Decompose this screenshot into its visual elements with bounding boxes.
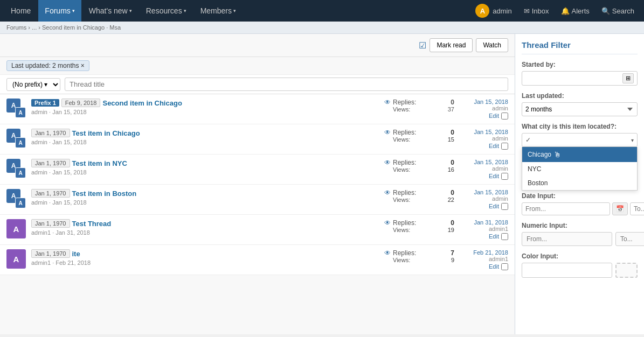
thread-checkbox[interactable] <box>501 203 508 210</box>
avatar-stack: A A <box>6 189 26 208</box>
avatar-stack: A A <box>6 129 26 148</box>
avatar: A <box>6 249 26 269</box>
thread-row: A A Jan 1, 1970 Test item in Boston admi… <box>0 185 515 215</box>
nav-forums-caret: ▾ <box>72 8 75 13</box>
thread-checkbox[interactable] <box>501 143 508 150</box>
top-nav: Home Forums ▾ What's new ▾ Resources ▾ M… <box>0 0 644 22</box>
nav-resources-caret: ▾ <box>184 8 186 13</box>
thread-title-link[interactable]: Test Thread <box>72 220 112 228</box>
nav-members-label: Members <box>200 6 232 15</box>
thread-body: Jan 1, 1970 Test item in Boston admin · … <box>31 189 379 206</box>
avatar-secondary: A <box>15 107 26 118</box>
color-input-label: Color Input: <box>522 252 638 260</box>
last-updated-label: Last updated: <box>522 92 638 100</box>
started-by-label: Started by: <box>522 61 638 68</box>
color-text-input[interactable] <box>522 263 612 278</box>
city-option-nyc[interactable]: NYC <box>522 162 637 176</box>
inbox-label: Inbox <box>532 7 549 15</box>
thread-prefix-tag: Prefix 1 <box>31 99 59 107</box>
content-area: ☑ Mark read Watch Last updated: 2 months… <box>0 34 515 334</box>
nav-resources-label: Resources <box>146 6 182 15</box>
thread-title-input[interactable] <box>65 78 508 91</box>
thread-body: Jan 1, 1970 Test item in NYC admin · Jan… <box>31 159 379 175</box>
thread-date-tag: Feb 9, 2018 <box>61 99 101 107</box>
breadcrumb: Forums › ... › Second item in Chicago · … <box>0 22 644 34</box>
date-from-input[interactable] <box>522 202 610 215</box>
city-dropdown-list: Chicago 🖱 NYC Boston <box>522 147 638 191</box>
nav-members-caret: ▾ <box>233 8 236 13</box>
city-option-boston[interactable]: Boston <box>522 176 637 190</box>
edit-link[interactable]: Edit <box>489 173 499 180</box>
search-button[interactable]: 🔍 Search <box>596 0 640 22</box>
thread-checkbox[interactable] <box>501 173 508 180</box>
inbox-button[interactable]: ✉ Inbox <box>518 0 555 22</box>
prefix-select[interactable]: (No prefix) ▾ <box>6 78 60 91</box>
thread-title-link[interactable]: Test item in NYC <box>72 159 127 167</box>
check-icon: ☑ <box>419 40 426 51</box>
thread-filter-sidebar: Thread Filter Started by: ⊞ Last updated… <box>515 34 644 334</box>
avatar-stack: A A <box>6 99 26 118</box>
thread-row: A A Prefix 1 Feb 9, 2018 Second item in … <box>0 94 515 124</box>
thread-body: Jan 1, 1970 Test Thread admin1 · Jan 31,… <box>31 219 379 236</box>
date-from-calendar-btn[interactable]: 📅 <box>612 202 628 215</box>
thread-title-link[interactable]: Test item in Chicago <box>72 129 140 137</box>
city-select-display[interactable]: ✓ ▾ <box>522 133 638 147</box>
thread-row: A Jan 1, 1970 Test Thread admin1 · Jan 3… <box>0 215 515 245</box>
city-option-chicago[interactable]: Chicago 🖱 <box>522 147 637 162</box>
thread-stats: 👁 Replies: Views: <box>384 99 433 113</box>
thread-body: Prefix 1 Feb 9, 2018 Second item in Chic… <box>31 99 379 115</box>
thread-body: Jan 1, 1970 Test item in Chicago admin ·… <box>31 129 379 145</box>
thread-tags: Prefix 1 Feb 9, 2018 Second item in Chic… <box>31 99 379 107</box>
nav-home-label: Home <box>11 6 31 15</box>
inbox-icon: ✉ <box>524 7 530 15</box>
mark-read-button[interactable]: Mark read <box>430 38 473 52</box>
edit-link[interactable]: Edit <box>489 203 499 210</box>
nav-resources[interactable]: Resources ▾ <box>140 0 193 22</box>
city-dropdown-wrapper: ✓ ▾ Chicago 🖱 NYC Boston <box>522 133 638 147</box>
edit-link[interactable]: Edit <box>489 233 499 240</box>
filter-tag-label: Last updated: 2 months × <box>11 62 85 69</box>
numeric-input-label: Numeric Input: <box>522 222 638 229</box>
thread-counts: 0 37 <box>438 99 454 113</box>
nav-whats-new-label: What's new <box>89 6 128 15</box>
filter-tags-area: Last updated: 2 months × <box>0 57 515 75</box>
thread-row: A A Jan 1, 1970 Test item in NYC admin ·… <box>0 155 515 185</box>
thread-title-link[interactable]: Test item in Boston <box>72 189 137 198</box>
thread-title-link[interactable]: Second item in Chicago <box>102 99 182 107</box>
avatar-stack: A A <box>6 159 26 178</box>
thread-list-header: (No prefix) ▾ <box>0 75 515 94</box>
admin-label: admin <box>493 7 511 15</box>
admin-user-menu[interactable]: A admin <box>470 0 517 22</box>
edit-link[interactable]: Edit <box>489 113 499 120</box>
last-updated-select[interactable]: 2 months 1 month 3 months 6 months 1 yea… <box>522 102 638 116</box>
nav-members[interactable]: Members ▾ <box>194 0 243 22</box>
cursor-indicator: 🖱 <box>553 150 561 159</box>
numeric-to-input[interactable] <box>615 232 644 246</box>
started-by-input[interactable] <box>525 75 622 82</box>
watch-button[interactable]: Watch <box>476 38 508 52</box>
city-option-boston-label: Boston <box>528 179 548 187</box>
date-input-label: Date Input: <box>522 192 638 200</box>
nav-home[interactable]: Home <box>4 0 37 22</box>
thread-title-link[interactable]: ite <box>72 250 80 258</box>
alerts-button[interactable]: 🔔 Alerts <box>556 0 595 22</box>
city-option-nyc-label: NYC <box>528 165 541 173</box>
admin-avatar: A <box>475 4 489 18</box>
thread-checkbox[interactable] <box>501 233 508 240</box>
date-to-input[interactable] <box>630 202 644 215</box>
thread-row: A Jan 1, 1970 ite admin1 · Feb 21, 2018 … <box>0 245 515 275</box>
numeric-from-input[interactable] <box>522 232 612 246</box>
thread-checkbox[interactable] <box>501 113 508 120</box>
city-label: What city is this item located?: <box>522 123 638 130</box>
nav-whats-new[interactable]: What's new ▾ <box>82 0 139 22</box>
thread-checkbox[interactable] <box>501 263 508 270</box>
filter-tag[interactable]: Last updated: 2 months × <box>6 60 89 71</box>
started-by-icon-btn[interactable]: ⊞ <box>622 73 634 83</box>
thread-list: A A Prefix 1 Feb 9, 2018 Second item in … <box>0 94 515 275</box>
city-option-chicago-label: Chicago <box>528 151 551 158</box>
edit-link[interactable]: Edit <box>489 263 499 270</box>
color-picker-box[interactable] <box>615 263 638 278</box>
thread-body: Jan 1, 1970 ite admin1 · Feb 21, 2018 <box>31 249 379 266</box>
edit-link[interactable]: Edit <box>489 143 499 150</box>
nav-forums[interactable]: Forums ▾ <box>38 0 81 22</box>
